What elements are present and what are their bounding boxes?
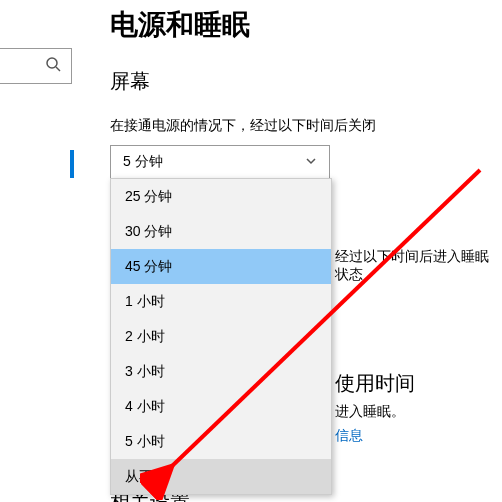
usage-heading: 使用时间 [335,370,415,397]
dropdown-option[interactable]: 3 小时 [111,354,331,389]
dropdown-option[interactable]: 25 分钟 [111,179,331,214]
select-value: 5 分钟 [123,153,163,171]
dropdown-option[interactable]: 从不 [111,459,331,494]
dropdown-option[interactable]: 45 分钟 [111,249,331,284]
dropdown-option[interactable]: 1 小时 [111,284,331,319]
search-input[interactable] [0,48,72,84]
usage-desc: 进入睡眠。 [335,403,405,421]
timeout-dropdown[interactable]: 25 分钟30 分钟45 分钟1 小时2 小时3 小时4 小时5 小时从不 [110,178,332,495]
page-title: 电源和睡眠 [110,6,502,44]
screen-plugged-label: 在接通电源的情况下，经过以下时间后关闭 [110,117,502,135]
dropdown-option[interactable]: 2 小时 [111,319,331,354]
sleep-plugged-label: 经过以下时间后进入睡眠状态 [335,248,502,284]
svg-line-1 [56,67,60,71]
svg-point-0 [47,58,57,68]
usage-link[interactable]: 信息 [335,427,363,445]
search-icon [45,56,61,76]
dropdown-option[interactable]: 4 小时 [111,389,331,424]
nav-active-indicator [70,150,74,178]
screen-heading: 屏幕 [110,68,502,95]
dropdown-option[interactable]: 5 小时 [111,424,331,459]
chevron-down-icon [305,154,317,170]
screen-timeout-select[interactable]: 5 分钟 [110,145,330,179]
dropdown-option[interactable]: 30 分钟 [111,214,331,249]
